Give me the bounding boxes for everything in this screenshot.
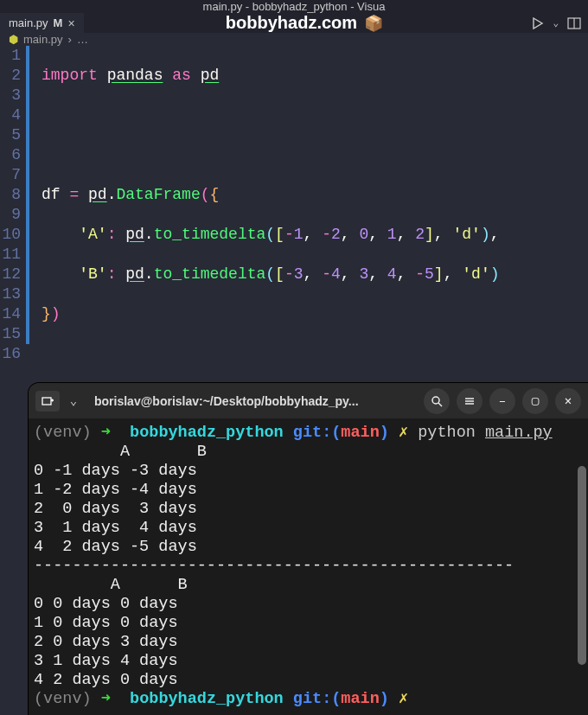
svg-point-6 <box>432 397 439 404</box>
new-tab-button[interactable] <box>35 391 60 412</box>
svg-line-7 <box>438 403 442 406</box>
breadcrumb[interactable]: ⬢ main.py › … <box>0 33 588 46</box>
maximize-button[interactable]: ▢ <box>522 388 548 414</box>
svg-marker-0 <box>534 18 542 29</box>
chevron-down-icon[interactable]: ⌄ <box>553 17 559 29</box>
line-number-gutter: 1234 5678 9101112 13141516 <box>0 46 26 715</box>
terminal-output-row: 4 2 days -5 days <box>34 538 197 556</box>
terminal-output-row: 3 1 days 4 days <box>34 652 178 670</box>
scrollbar-thumb[interactable] <box>578 466 586 665</box>
minimize-button[interactable]: – <box>489 388 515 414</box>
menu-icon[interactable] <box>457 388 483 414</box>
box-icon: 📦 <box>364 14 383 33</box>
editor-tab-bar: main.py M × bobbyhadz.com 📦 ⌄ <box>0 13 588 33</box>
close-icon[interactable]: × <box>67 17 74 29</box>
search-icon[interactable] <box>424 388 450 414</box>
terminal-scrollbar[interactable] <box>578 421 586 713</box>
terminal-output-row: 1 0 days 0 days <box>34 614 178 632</box>
terminal-output-row: 3 1 days 4 days <box>34 519 197 537</box>
terminal-output-row: 2 0 days 3 days <box>34 500 197 518</box>
terminal-output-row: 0 0 days 0 days <box>34 595 178 613</box>
breadcrumb-ellipsis: … <box>77 33 88 46</box>
breadcrumb-file: main.py <box>23 33 63 46</box>
terminal-output-row: A B <box>34 576 188 594</box>
terminal-output-row: A B <box>34 443 207 461</box>
tab-label: main.py <box>9 16 48 29</box>
python-file-icon: ⬢ <box>9 33 18 46</box>
svg-rect-3 <box>42 398 51 405</box>
terminal-output-row: 1 -2 days -4 days <box>34 481 197 499</box>
chevron-down-icon[interactable]: ⌄ <box>65 391 82 412</box>
breadcrumb-sep: › <box>68 33 72 46</box>
terminal-output-row: 0 -1 days -3 days <box>34 462 197 480</box>
tab-main-py[interactable]: main.py M × <box>0 13 84 33</box>
terminal-output-row: ----------------------------------------… <box>34 557 514 575</box>
window-titlebar: main.py - bobbyhadz_python - Visua <box>0 0 588 13</box>
terminal-titlebar: ⌄ borislav@borislav:~/Desktop/bobbyhadz_… <box>29 383 588 418</box>
window-title: main.py - bobbyhadz_python - Visua <box>203 0 386 13</box>
tab-modified-indicator: M <box>54 16 63 29</box>
brand-text: bobbyhadz.com <box>226 13 357 33</box>
settings-split-icon[interactable] <box>567 16 581 30</box>
run-icon[interactable] <box>532 17 544 29</box>
terminal-title: borislav@borislav:~/Desktop/bobbyhadz_py… <box>89 394 417 408</box>
terminal-output-row: 4 2 days 0 days <box>34 671 178 689</box>
close-button[interactable]: ✕ <box>555 388 581 414</box>
terminal-window: ⌄ borislav@borislav:~/Desktop/bobbyhadz_… <box>29 383 588 715</box>
brand-area: bobbyhadz.com 📦 <box>84 13 526 33</box>
terminal-body[interactable]: (venv) ➜ bobbyhadz_python git:(main) ✗ p… <box>29 418 588 711</box>
terminal-output-row: 2 0 days 3 days <box>34 633 178 651</box>
